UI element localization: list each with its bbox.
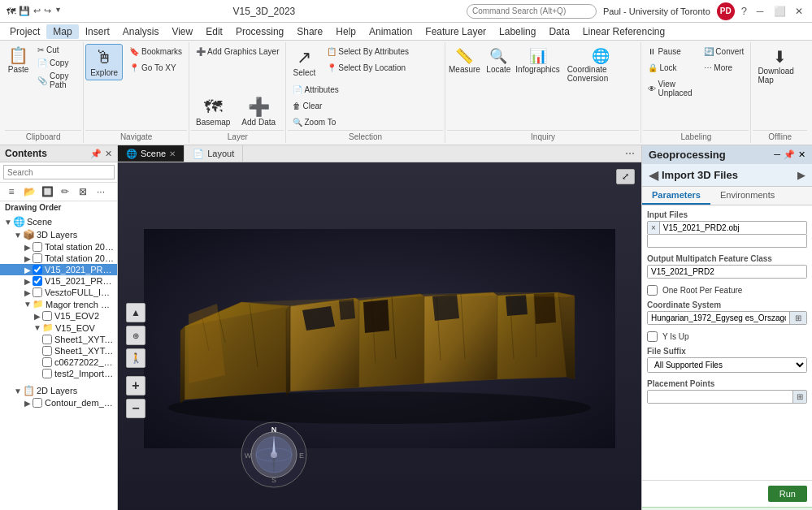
zoom-minus-btn[interactable]: −: [126, 399, 145, 418]
nav-walk-btn[interactable]: 🚶: [126, 348, 145, 368]
geo-tab-parameters[interactable]: Parameters: [642, 187, 710, 205]
menu-view[interactable]: View: [165, 24, 199, 39]
minimize-btn[interactable]: ─: [753, 5, 766, 18]
tree-v15eov2[interactable]: ▶ V15_EOV2: [0, 310, 117, 322]
infographics-btn[interactable]: 📊 Infographics: [515, 44, 561, 77]
tree-c06272022[interactable]: c06272022_11_EOV2: [0, 357, 117, 368]
close-btn[interactable]: ✕: [792, 5, 805, 18]
nav-up-btn[interactable]: ▲: [126, 303, 145, 322]
command-search[interactable]: [467, 4, 597, 19]
ts2022-checkbox[interactable]: [33, 242, 42, 252]
menu-labeling[interactable]: Labeling: [493, 24, 542, 39]
zoom-to-btn[interactable]: 🔍 Zoom To: [288, 115, 343, 130]
copy-path-btn[interactable]: 📎 Copy Path: [33, 70, 81, 91]
attributes-btn[interactable]: 📄 Attributes: [288, 82, 343, 97]
pin-btn[interactable]: 📌: [90, 149, 102, 159]
input-files-text[interactable]: [660, 222, 806, 234]
3dlayers-toggle[interactable]: ▼: [13, 231, 23, 240]
locate-btn[interactable]: 🔍 Locate: [484, 44, 513, 77]
vesztofull-toggle[interactable]: ▶: [23, 288, 33, 297]
prd2-toggle[interactable]: ▶: [23, 266, 33, 274]
restore-btn[interactable]: ⬜: [773, 5, 786, 18]
menu-linear-referencing[interactable]: Linear Referencing: [576, 24, 671, 39]
bookmarks-btn[interactable]: 🔖 Bookmarks: [124, 44, 187, 59]
placement-points-browse-btn[interactable]: ⊞: [792, 391, 806, 403]
convert-btn[interactable]: 🔄 Convert: [699, 44, 749, 59]
more-options-btn[interactable]: ···: [93, 184, 109, 199]
basemap-btn[interactable]: 🗺 Basemap: [191, 93, 235, 130]
paste-btn[interactable]: 📋 Paste: [5, 44, 32, 77]
prd1-toggle[interactable]: ▶: [23, 277, 33, 286]
select-btn[interactable]: ↗ Select: [288, 44, 320, 80]
select-by-attributes-btn[interactable]: 📋 Select By Attributes: [322, 44, 414, 59]
cut-btn[interactable]: ✂ Cut: [33, 44, 81, 56]
pause-btn[interactable]: ⏸ Pause: [643, 44, 697, 59]
sheet1-1-checkbox[interactable]: [42, 335, 52, 344]
geo-next-btn[interactable]: ▶: [797, 169, 805, 181]
explore-btn[interactable]: 🖱 Explore: [85, 44, 123, 80]
map-canvas[interactable]: ▲ ⊕ 🚶 + − N S W E: [118, 162, 641, 510]
run-btn[interactable]: Run: [768, 486, 807, 502]
input-files-x-btn[interactable]: ×: [648, 222, 660, 234]
tree-v15-prd1[interactable]: ▶ V15_2021_PRD1: [0, 275, 117, 287]
undo-btn[interactable]: ↩: [33, 6, 41, 16]
coord-system-input[interactable]: [648, 312, 789, 324]
eov2-checkbox[interactable]: [42, 311, 52, 321]
menu-map[interactable]: Map: [46, 24, 78, 39]
menu-insert[interactable]: Insert: [79, 24, 116, 39]
zoom-plus-btn[interactable]: +: [126, 376, 145, 395]
menu-edit[interactable]: Edit: [199, 24, 229, 39]
more-btn[interactable]: ⋯ More: [699, 60, 749, 76]
2dlayers-toggle[interactable]: ▼: [13, 387, 23, 395]
add-graphics-btn[interactable]: ➕ Add Graphics Layer: [191, 44, 284, 59]
one-root-checkbox[interactable]: [647, 285, 658, 296]
prd1-checkbox[interactable]: [33, 276, 42, 286]
menu-help[interactable]: Help: [329, 24, 363, 39]
user-avatar[interactable]: PD: [717, 2, 735, 20]
download-map-btn[interactable]: ⬇ Download Map: [753, 44, 807, 88]
menu-data[interactable]: Data: [542, 24, 575, 39]
by-source-btn[interactable]: 📂: [21, 184, 37, 199]
lock-btn[interactable]: 🔒 Lock: [643, 60, 697, 76]
file-suffix-select[interactable]: All Supported Files: [648, 358, 806, 372]
add-data-btn[interactable]: ➕ Add Data: [237, 93, 280, 130]
contour-toggle[interactable]: ▶: [23, 399, 33, 408]
menu-share[interactable]: Share: [290, 24, 329, 39]
c06272022-checkbox[interactable]: [42, 357, 52, 367]
vesztofull-checkbox[interactable]: [33, 287, 42, 297]
geo-pin-btn[interactable]: 📌: [784, 149, 795, 160]
copy-btn[interactable]: 📄 Copy: [33, 57, 81, 69]
view-unplaced-btn[interactable]: 👁 View Unplaced: [643, 76, 697, 101]
tree-v15eov[interactable]: ▼ 📁 V15_EOV: [0, 322, 117, 334]
expand-btn[interactable]: ⤢: [616, 169, 635, 184]
coord-system-browse-btn[interactable]: ⊞: [789, 312, 806, 324]
help-btn[interactable]: ?: [741, 5, 747, 17]
redo-btn[interactable]: ↪: [44, 6, 51, 16]
goto-xy-btn[interactable]: 📍 Go To XY: [124, 60, 187, 76]
by-selection-btn[interactable]: ⊠: [75, 184, 91, 199]
tree-sheet1-2[interactable]: Sheet1_XYTableToPoi...: [0, 345, 117, 357]
ts2023-checkbox[interactable]: [33, 253, 42, 263]
tree-2dlayers[interactable]: ▼ 📋 2D Layers: [0, 384, 117, 397]
scene-tab-close[interactable]: ✕: [169, 149, 176, 158]
contour-checkbox[interactable]: [33, 398, 42, 408]
select-by-location-btn[interactable]: 📍 Select By Location: [322, 60, 414, 76]
menu-animation[interactable]: Animation: [363, 24, 419, 39]
tree-totalstation2023[interactable]: ▶ Total station 2023: [0, 253, 117, 264]
geo-close-btn[interactable]: ✕: [798, 149, 805, 160]
customize-btn[interactable]: ▼: [54, 6, 62, 16]
tab-scene[interactable]: 🌐 Scene ✕: [118, 145, 185, 162]
save-btn[interactable]: 💾: [19, 6, 30, 16]
by-snapping-btn[interactable]: 🔲: [39, 184, 55, 199]
magor-toggle[interactable]: ▼: [23, 300, 33, 309]
tree-test2-import[interactable]: test2_Import3DFiles: [0, 368, 117, 379]
y-is-up-checkbox[interactable]: [647, 331, 658, 342]
tree-sheet1-1[interactable]: Sheet1_XYTableToPoi...: [0, 334, 117, 345]
input-files-second-input[interactable]: [648, 235, 806, 247]
menu-project[interactable]: Project: [3, 24, 46, 39]
eov2-toggle[interactable]: ▶: [33, 312, 42, 321]
prd2-checkbox[interactable]: [33, 265, 42, 274]
eov-toggle[interactable]: ▼: [33, 323, 42, 332]
clear-btn[interactable]: 🗑 Clear: [288, 98, 343, 114]
placement-points-input[interactable]: [648, 391, 792, 403]
